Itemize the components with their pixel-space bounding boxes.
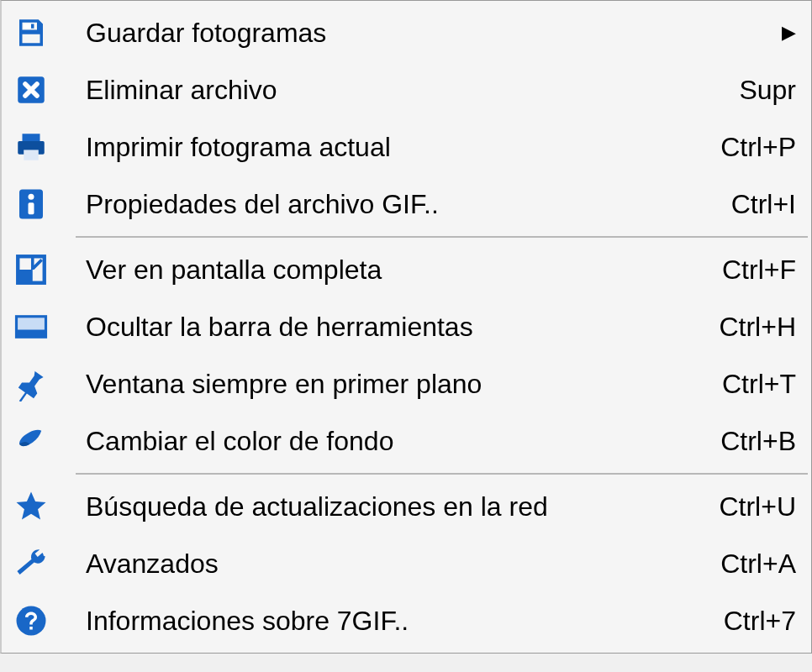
help-icon — [13, 603, 61, 638]
menu-separator — [76, 473, 808, 475]
menu-label: Guardar fotogramas — [61, 18, 776, 49]
star-icon — [13, 489, 61, 524]
svg-rect-13 — [17, 330, 46, 338]
svg-rect-11 — [18, 270, 33, 283]
menu-shortcut: Ctrl+P — [704, 132, 796, 163]
print-icon — [13, 129, 61, 165]
menu-item-background-color[interactable]: Cambiar el color de fondo Ctrl+B — [2, 412, 811, 470]
svg-rect-6 — [24, 150, 39, 160]
menu-item-hide-toolbar[interactable]: Ocultar la barra de herramientas Ctrl+H — [2, 298, 811, 355]
menu-label: Ocultar la barra de herramientas — [61, 312, 702, 343]
menu-shortcut: Ctrl+7 — [707, 606, 796, 637]
menu-item-advanced[interactable]: Avanzados Ctrl+A — [2, 535, 811, 592]
menu-label: Ver en pantalla completa — [61, 255, 705, 286]
menu-label: Informaciones sobre 7GIF.. — [61, 606, 707, 637]
menu-label: Propiedades del archivo GIF.. — [61, 189, 714, 220]
info-icon — [13, 186, 61, 222]
menu-item-delete-file[interactable]: Eliminar archivo Supr — [2, 61, 811, 118]
menu-item-fullscreen[interactable]: Ver en pantalla completa Ctrl+F — [2, 241, 811, 298]
menu-label: Avanzados — [61, 549, 704, 580]
color-icon — [13, 423, 61, 459]
menu-separator — [76, 236, 808, 238]
menu-item-always-on-top[interactable]: Ventana siempre en primer plano Ctrl+T — [2, 355, 811, 412]
svg-rect-9 — [29, 202, 34, 214]
menu-label: Búsqueda de actualizaciones en la red — [61, 491, 702, 522]
fullscreen-icon — [13, 252, 61, 287]
menu-shortcut: Supr — [722, 75, 796, 106]
menu-label: Eliminar archivo — [61, 75, 722, 106]
menu-shortcut: Ctrl+F — [705, 255, 796, 286]
context-menu: Guardar fotogramas ▶ Eliminar archivo Su… — [0, 0, 812, 654]
menu-item-save-frames[interactable]: Guardar fotogramas ▶ — [2, 4, 811, 61]
svg-point-8 — [29, 194, 34, 200]
save-icon — [13, 15, 61, 50]
menu-shortcut: Ctrl+I — [714, 189, 796, 220]
svg-rect-1 — [31, 24, 34, 29]
menu-item-check-updates[interactable]: Búsqueda de actualizaciones en la red Ct… — [2, 478, 811, 535]
menu-label: Cambiar el color de fondo — [61, 426, 704, 457]
menu-shortcut: Ctrl+A — [704, 549, 796, 580]
wrench-icon — [13, 546, 61, 581]
submenu-arrow-icon: ▶ — [776, 22, 796, 44]
menu-shortcut: Ctrl+H — [702, 312, 796, 343]
menu-shortcut: Ctrl+T — [705, 369, 796, 400]
toolbar-icon — [13, 309, 61, 344]
svg-rect-3 — [23, 134, 40, 141]
menu-label: Ventana siempre en primer plano — [61, 369, 705, 400]
menu-item-print[interactable]: Imprimir fotograma actual Ctrl+P — [2, 118, 811, 176]
pin-icon — [13, 366, 61, 402]
menu-shortcut: Ctrl+B — [704, 426, 796, 457]
delete-icon — [13, 72, 61, 108]
menu-shortcut: Ctrl+U — [702, 491, 796, 522]
menu-label: Imprimir fotograma actual — [61, 132, 704, 163]
menu-item-about[interactable]: Informaciones sobre 7GIF.. Ctrl+7 — [2, 592, 811, 649]
menu-item-properties[interactable]: Propiedades del archivo GIF.. Ctrl+I — [2, 176, 811, 233]
